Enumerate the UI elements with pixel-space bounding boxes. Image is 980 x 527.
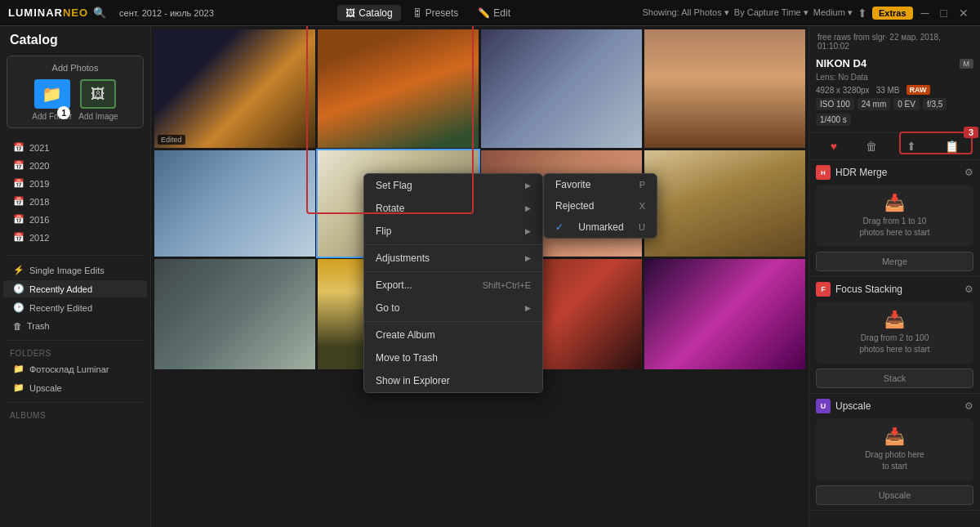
- calendar-icon: 📅: [13, 178, 24, 189]
- context-menu-goto[interactable]: Go to: [364, 297, 542, 319]
- hdr-settings-icon[interactable]: ⚙: [964, 167, 973, 178]
- catalog-icon: 🖼: [345, 7, 355, 19]
- sidebar-item-trash[interactable]: 🗑 Trash: [3, 318, 147, 334]
- share-icon[interactable]: ⬆: [858, 7, 867, 20]
- copy-action-btn[interactable]: 📋: [943, 138, 960, 154]
- focus-icon: F: [816, 282, 831, 297]
- minimize-button[interactable]: ─: [918, 7, 933, 20]
- focus-drop-icon: 📥: [824, 310, 965, 329]
- add-folder-option[interactable]: 📁 Add Folder 1: [32, 79, 72, 121]
- sidebar-item-2021[interactable]: 📅 2021: [3, 139, 147, 156]
- sidebar-item-2018[interactable]: 📅 2018: [3, 193, 147, 210]
- calendar-icon: 📅: [13, 232, 24, 243]
- catalog-nav-btn[interactable]: 🖼 Catalog: [337, 5, 400, 21]
- context-menu-export[interactable]: Export... Shift+Ctrl+E: [364, 274, 542, 297]
- folder-icon: 📁: [34, 79, 70, 109]
- close-button[interactable]: ✕: [956, 7, 972, 20]
- showing-info[interactable]: Showing: All Photos ▾: [643, 7, 729, 18]
- merge-button[interactable]: Merge: [816, 252, 973, 271]
- context-menu-flip[interactable]: Flip: [364, 220, 542, 243]
- favorite-action-btn[interactable]: ♥: [829, 138, 839, 154]
- upscale-settings-icon[interactable]: ⚙: [964, 400, 973, 412]
- photo-cell-8[interactable]: [644, 150, 805, 257]
- years-section: 📅 2021 📅 2020 📅 2019 📅 2018 📅 2016 📅: [0, 135, 150, 250]
- upscale-drop-zone[interactable]: 📥 Drag photo hereto start: [816, 418, 973, 480]
- luminar-logo: LUMINARNEO: [8, 7, 88, 19]
- edited-badge: Edited: [158, 135, 185, 145]
- add-photos-card: Add Photos 📁 Add Folder 1 🖼 Add Image: [7, 56, 144, 128]
- sidebar-item-2016[interactable]: 📅 2016: [3, 211, 147, 228]
- presets-nav-btn[interactable]: 🎛 Presets: [404, 5, 467, 21]
- exif-focal: 24 mm: [858, 98, 891, 110]
- photo-cell-5[interactable]: [154, 150, 315, 257]
- sidebar-item-upscale-folder[interactable]: 📁 Upscale: [3, 379, 147, 396]
- stack-button[interactable]: Stack: [816, 368, 973, 388]
- trash-action-btn[interactable]: 🗑: [864, 138, 879, 154]
- image-icon: 🖼: [80, 79, 116, 109]
- upscale-icon: U: [816, 399, 831, 413]
- actions-wrapper: 3 ♥ 🗑 ⬆ 📋: [809, 133, 980, 160]
- upscale-tool-header: U Upscale ⚙: [816, 399, 973, 413]
- panel-actions: ♥ 🗑 ⬆ 📋: [809, 133, 980, 160]
- exif-iso: ISO 100: [816, 98, 854, 110]
- sidebar-item-fotosklad[interactable]: 📁 Фотосклад Luminar: [3, 360, 147, 377]
- photo-cell-2[interactable]: [318, 29, 479, 148]
- search-icon[interactable]: 🔍: [93, 7, 106, 19]
- capture-time-filter[interactable]: By Capture Time ▾: [734, 7, 808, 18]
- photo-cell-3[interactable]: [481, 29, 642, 148]
- sidebar-item-single-edits[interactable]: ⚡ Single Image Edits: [3, 261, 147, 279]
- extras-button[interactable]: Extras: [872, 7, 913, 20]
- focus-drop-text: Drag from 2 to 100photos here to start: [824, 333, 965, 355]
- context-menu-divider-3: [364, 321, 542, 322]
- photo-grid-container[interactable]: Edited: [151, 26, 808, 527]
- calendar-icon: 📅: [13, 196, 24, 207]
- sidebar-item-recently-edited[interactable]: 🕑 Recently Edited: [3, 299, 147, 316]
- add-image-option[interactable]: 🖼 Add Image: [78, 79, 118, 121]
- camera-name: NIKON D4: [816, 57, 866, 69]
- context-menu-adjustments[interactable]: Adjustments: [364, 247, 542, 270]
- context-menu-show-explorer[interactable]: Show in Explorer: [364, 369, 542, 392]
- context-menu-divider-2: [364, 271, 542, 272]
- photo-cell-4[interactable]: [644, 29, 805, 148]
- camera-section: NIKON D4 M Lens: No Data 4928 x 3280px 3…: [809, 54, 980, 133]
- restore-button[interactable]: □: [938, 7, 951, 20]
- photo-cell-1[interactable]: Edited: [154, 29, 315, 148]
- top-bar: LUMINARNEO 🔍 сент. 2012 - июль 2023 🖼 Ca…: [0, 0, 980, 26]
- sidebar-item-2012[interactable]: 📅 2012: [3, 229, 147, 246]
- annotation-number-3: 3: [964, 127, 978, 138]
- context-menu-create-album[interactable]: Create Album: [364, 324, 542, 346]
- page-title: Catalog: [0, 26, 150, 52]
- sidebar: Catalog Add Photos 📁 Add Folder 1 🖼 Add …: [0, 26, 151, 527]
- upscale-drop-text: Drag photo hereto start: [824, 449, 965, 472]
- sidebar-item-2020[interactable]: 📅 2020: [3, 157, 147, 174]
- context-menu-set-flag[interactable]: Set Flag: [364, 174, 542, 197]
- context-menu-move-trash[interactable]: Move to Trash: [364, 346, 542, 369]
- flag-rejected[interactable]: Rejected X: [544, 195, 657, 217]
- hdr-icon: H: [816, 165, 831, 180]
- upscale-section: U Upscale ⚙ 📥 Drag photo hereto start Up…: [809, 394, 980, 511]
- share-action-btn[interactable]: ⬆: [905, 138, 918, 154]
- context-menu-rotate[interactable]: Rotate: [364, 197, 542, 220]
- panel-source: free raws from slgr· 22 мар. 2018, 01:10…: [809, 26, 980, 54]
- focus-tool-header: F Focus Stacking ⚙: [816, 282, 973, 297]
- flag-favorite[interactable]: Favorite P: [544, 174, 657, 195]
- folder-icon: 📁: [13, 364, 24, 374]
- top-bar-left: LUMINARNEO 🔍 сент. 2012 - июль 2023: [8, 7, 214, 19]
- sidebar-item-recently-added[interactable]: 🕐 Recently Added: [3, 280, 147, 297]
- flag-unmarked[interactable]: Unmarked U: [544, 217, 657, 238]
- add-photos-options: 📁 Add Folder 1 🖼 Add Image: [14, 79, 136, 121]
- camera-header: NIKON D4 M: [816, 57, 973, 69]
- top-bar-right: Showing: All Photos ▾ By Capture Time ▾ …: [643, 7, 973, 20]
- medium-filter[interactable]: Medium ▾: [813, 7, 853, 18]
- photo-cell-12[interactable]: [644, 259, 805, 369]
- focus-drop-zone[interactable]: 📥 Drag from 2 to 100photos here to start: [816, 301, 973, 364]
- sidebar-divider-1: [7, 255, 144, 256]
- edit-nav-btn[interactable]: ✏️ Edit: [470, 5, 519, 21]
- hdr-drop-zone[interactable]: 📥 Drag from 1 to 10photos here to start: [816, 185, 973, 247]
- sidebar-item-2019[interactable]: 📅 2019: [3, 175, 147, 192]
- upscale-button[interactable]: Upscale: [816, 485, 973, 505]
- exif-row: ISO 100 24 mm 0 EV f/3,5 1/400 s: [816, 98, 973, 126]
- favorite-key: P: [639, 180, 645, 190]
- focus-settings-icon[interactable]: ⚙: [964, 284, 973, 295]
- photo-cell-9[interactable]: [154, 259, 315, 369]
